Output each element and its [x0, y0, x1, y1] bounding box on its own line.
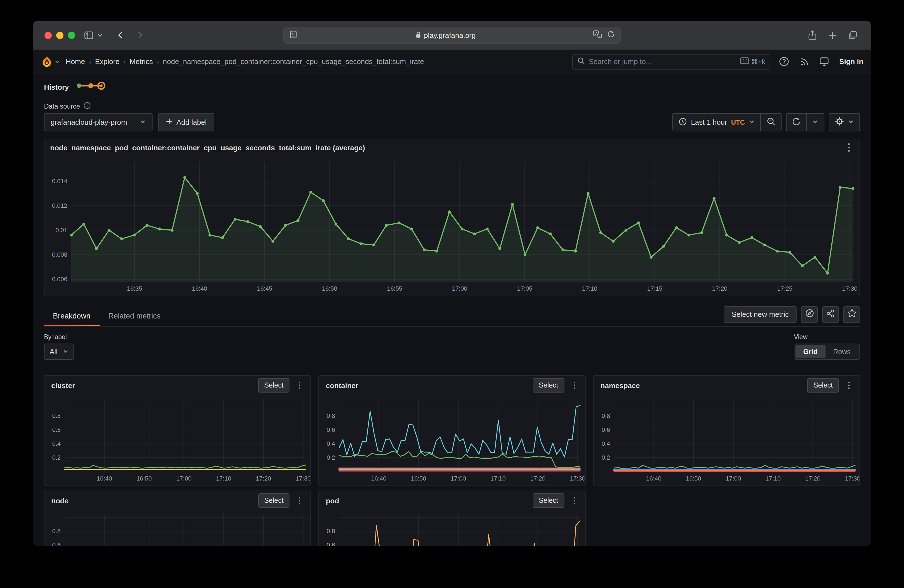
breakdown-controls: By label All View Grid Rows — [44, 334, 860, 360]
cluster-chart[interactable]: 0.20.40.60.816:4016:5017:0017:1017:2017:… — [44, 395, 310, 484]
svg-text:17:20: 17:20 — [712, 285, 727, 292]
breakdown-panel-pod: pod Select 0.20.40.60.816:4016:5017:0017… — [319, 490, 586, 546]
tab-related-metrics[interactable]: Related metrics — [100, 306, 169, 326]
select-button[interactable]: Select — [808, 378, 839, 392]
refresh-button[interactable] — [787, 114, 806, 131]
refresh-picker — [786, 113, 824, 131]
panel-menu-icon[interactable] — [569, 380, 579, 390]
back-icon[interactable] — [114, 28, 128, 42]
chevron-down-icon[interactable] — [55, 57, 60, 66]
select-button[interactable]: Select — [258, 378, 290, 392]
select-button[interactable]: Select — [533, 378, 564, 392]
svg-text:16:40: 16:40 — [371, 475, 387, 482]
svg-text:17:00: 17:00 — [452, 285, 467, 292]
minimize-window-button[interactable] — [56, 32, 63, 39]
breadcrumb-metrics[interactable]: Metrics — [130, 57, 153, 66]
tabs-icon[interactable] — [846, 28, 860, 42]
search-placeholder: Search or jump to... — [589, 57, 736, 66]
by-label-select[interactable]: All — [44, 343, 74, 360]
metric-time-series-chart[interactable]: 0.0060.0080.010.0120.01416:3516:4016:451… — [44, 156, 860, 294]
close-window-button[interactable] — [44, 32, 52, 39]
svg-text:0.4: 0.4 — [327, 440, 335, 447]
refresh-interval-dropdown[interactable] — [807, 114, 824, 131]
by-label-label: By label — [44, 334, 74, 341]
time-range-text: Last 1 hour — [691, 118, 727, 126]
new-tab-icon[interactable] — [825, 28, 839, 42]
svg-text:0.8: 0.8 — [52, 413, 61, 419]
share-button[interactable] — [822, 306, 839, 322]
svg-text:A: A — [595, 31, 598, 36]
breadcrumb-explore[interactable]: Explore — [95, 57, 119, 66]
svg-text:17:30: 17:30 — [296, 475, 310, 482]
breadcrumb: Home › Explore › Metrics › node_namespac… — [66, 57, 424, 66]
svg-text:0.006: 0.006 — [52, 276, 67, 283]
view-option-grid[interactable]: Grid — [795, 345, 825, 358]
share-icon[interactable] — [806, 28, 819, 42]
svg-text:16:40: 16:40 — [646, 475, 661, 482]
translate-icon[interactable]: A x — [593, 30, 602, 41]
svg-text:x: x — [599, 34, 601, 38]
grafana-logo-icon[interactable] — [41, 55, 53, 68]
compass-icon — [804, 308, 814, 320]
svg-text:16:40: 16:40 — [96, 475, 112, 482]
svg-text:17:20: 17:20 — [531, 475, 546, 482]
container-chart[interactable]: 0.20.40.60.816:4016:5017:0017:1017:2017:… — [319, 395, 585, 484]
svg-text:0.2: 0.2 — [52, 454, 61, 461]
reload-icon[interactable] — [607, 30, 615, 41]
svg-text:0.2: 0.2 — [601, 454, 610, 461]
breakdown-panel-namespace: namespace Select 0.20.40.60.816:4016:501… — [593, 375, 860, 485]
breakdown-panel-cluster: cluster Select 0.20.40.60.816:4016:5017:… — [44, 375, 311, 485]
svg-text:17:10: 17:10 — [216, 475, 231, 482]
add-label-text: Add label — [177, 118, 207, 126]
node-chart[interactable]: 0.20.40.60.816:4016:5017:0017:1017:2017:… — [44, 510, 310, 546]
rss-icon[interactable] — [798, 55, 810, 68]
add-label-button[interactable]: Add label — [158, 113, 214, 131]
history-label: History — [44, 83, 69, 91]
select-button[interactable]: Select — [533, 493, 564, 508]
history-timeline[interactable] — [76, 80, 108, 93]
breadcrumb-home[interactable]: Home — [66, 57, 85, 66]
panel-menu-icon[interactable] — [295, 496, 305, 506]
refresh-icon — [792, 117, 800, 127]
svg-text:17:00: 17:00 — [176, 475, 191, 482]
panel-menu-icon[interactable] — [295, 380, 305, 390]
view-option-rows[interactable]: Rows — [825, 345, 858, 358]
breakdown-panel-container: container Select 0.20.40.60.816:4016:501… — [319, 375, 586, 485]
fullscreen-window-button[interactable] — [68, 32, 75, 39]
breakdown-panel-grid: cluster Select 0.20.40.60.816:4016:5017:… — [44, 375, 860, 546]
breadcrumb-current-metric: node_namespace_pod_container:container_c… — [163, 57, 424, 66]
address-bar[interactable]: play.grafana.org A x — [283, 27, 621, 44]
search-icon — [577, 57, 585, 66]
settings-button[interactable] — [829, 113, 860, 131]
svg-text:0.012: 0.012 — [52, 202, 67, 209]
sign-in-link[interactable]: Sign in — [839, 57, 863, 66]
svg-text:0.6: 0.6 — [327, 426, 335, 433]
bookmark-button[interactable] — [843, 306, 860, 322]
chevron-down-icon[interactable] — [96, 28, 104, 42]
info-icon[interactable] — [83, 102, 90, 111]
sidebar-icon[interactable] — [82, 28, 95, 42]
panel-menu-icon[interactable] — [844, 380, 854, 390]
timezone-badge: UTC — [731, 119, 745, 126]
svg-text:0.4: 0.4 — [601, 440, 610, 447]
select-new-metric-button[interactable]: Select new metric — [724, 306, 797, 322]
reader-icon[interactable] — [289, 30, 298, 41]
monitor-icon[interactable] — [818, 55, 830, 68]
star-icon — [847, 308, 857, 320]
namespace-chart[interactable]: 0.20.40.60.816:4016:5017:0017:1017:2017:… — [594, 395, 860, 484]
explore-button[interactable] — [801, 306, 818, 322]
zoom-out-button[interactable] — [761, 114, 781, 131]
panel-menu-icon[interactable] — [569, 496, 579, 506]
help-icon[interactable] — [778, 55, 790, 68]
pod-chart[interactable]: 0.20.40.60.816:4016:5017:0017:1017:2017:… — [319, 510, 585, 546]
time-range-button[interactable]: Last 1 hour UTC — [673, 114, 760, 131]
panel-menu-icon[interactable] — [844, 142, 854, 153]
forward-icon[interactable] — [133, 28, 146, 42]
search-input[interactable]: Search or jump to... ⌘+k — [572, 54, 770, 70]
select-button[interactable]: Select — [258, 493, 290, 508]
svg-text:17:30: 17:30 — [842, 285, 858, 292]
tab-breakdown[interactable]: Breakdown — [44, 306, 100, 326]
svg-text:0.6: 0.6 — [601, 426, 610, 433]
panel-title: node_namespace_pod_container:container_c… — [50, 143, 365, 152]
datasource-select[interactable]: grafanacloud-play-prom — [44, 113, 153, 131]
